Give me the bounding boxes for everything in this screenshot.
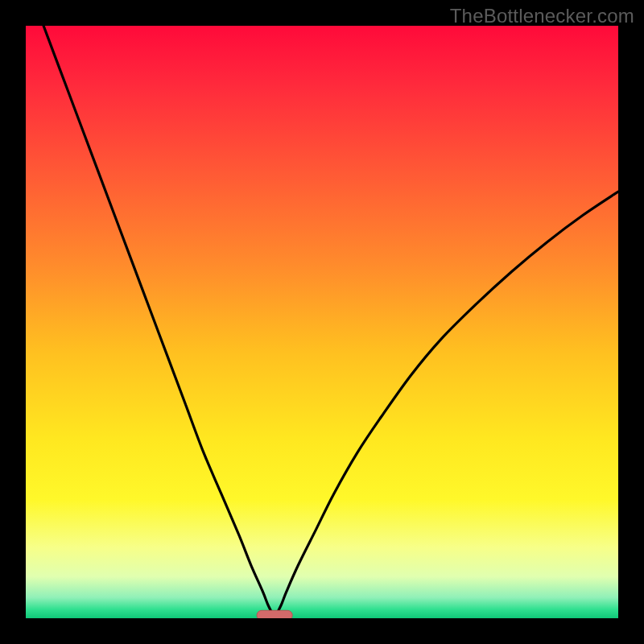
plot-area	[26, 26, 618, 618]
minimum-marker	[257, 610, 292, 618]
gradient-background	[26, 26, 618, 618]
watermark-text: TheBottlenecker.com	[450, 5, 634, 27]
chart-svg	[26, 26, 618, 618]
outer-frame: TheBottlenecker.com	[0, 0, 644, 644]
